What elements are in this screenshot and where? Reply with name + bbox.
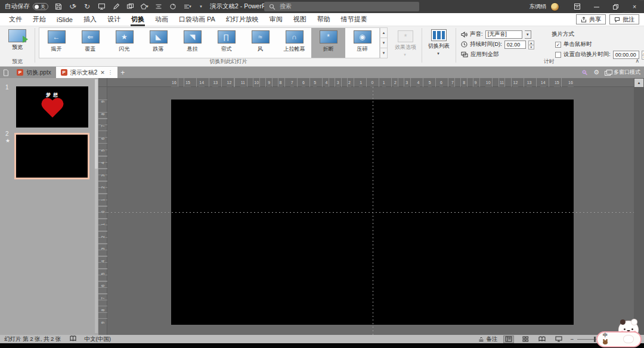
sound-icon	[461, 32, 467, 38]
gallery-up-button[interactable]: ▲	[380, 27, 388, 38]
transition-item[interactable]: ◉ 压碎	[345, 28, 379, 58]
gallery-more-button[interactable]: ▼	[380, 48, 388, 58]
ribbon-tab[interactable]: 切换	[126, 13, 150, 26]
ribbon-display-options-icon[interactable]	[568, 0, 587, 13]
ribbon-tab[interactable]: 幻灯片放映	[221, 13, 264, 26]
new-tab-button[interactable]: +	[117, 67, 128, 78]
ribbon-tab[interactable]: 设计	[102, 13, 126, 26]
comments-button[interactable]: 批注	[609, 14, 639, 24]
ribbon-tab[interactable]: 审阅	[264, 13, 288, 26]
transition-item[interactable]: ★ 闪光	[107, 28, 141, 58]
horizontal-guide[interactable]	[107, 212, 634, 213]
transition-item[interactable]: ◥ 悬挂	[175, 28, 209, 58]
scroll-up-icon[interactable]: ▲	[634, 79, 643, 87]
slideshow-view-button[interactable]	[553, 335, 564, 343]
transition-item[interactable]: ∏ 帘式	[209, 28, 243, 58]
ribbon-tab[interactable]: 文件	[4, 13, 27, 26]
powerpoint-file-icon: P	[17, 69, 23, 76]
duration-spinner[interactable]: ▲▼	[528, 41, 534, 49]
ribbon: 预览 预览 ← 揭开 ⇐ 覆盖 ★ 闪光 ◣	[0, 26, 644, 67]
qat-customize-icon[interactable]: ▾	[196, 1, 208, 12]
shapes-icon[interactable]: ▾	[138, 1, 150, 12]
ribbon-tab[interactable]: 开始	[27, 13, 51, 26]
transition-icon: ∏	[218, 30, 236, 44]
tabbar-search-icon[interactable]: 🔍︎	[581, 69, 588, 76]
auto-advance-checkbox[interactable]	[555, 52, 561, 58]
autosave-toggle[interactable]: 自动保存 关	[5, 0, 48, 13]
slideshow-icon[interactable]	[95, 1, 107, 12]
quick-access-toolbar: ↺▾ ↻ ▾ ▾ ▾	[52, 0, 208, 13]
ime-mode-indicator[interactable]: 中	[603, 332, 608, 338]
zoom-out-button[interactable]: −	[570, 336, 574, 343]
ribbon-tab[interactable]: 帮助	[312, 13, 336, 26]
minimize-button[interactable]	[587, 0, 606, 13]
close-tab-icon[interactable]: ✕	[100, 70, 105, 76]
ribbon-tab[interactable]: 动画	[150, 13, 174, 26]
ribbon-tab[interactable]: iSlide	[51, 13, 78, 26]
on-click-checkbox[interactable]: ✓	[555, 42, 561, 48]
undo-icon[interactable]: ↺▾	[67, 1, 79, 12]
search-input[interactable]: 搜索	[264, 2, 419, 11]
transition-item[interactable]: ≈ 风	[243, 28, 277, 58]
transition-item[interactable]: ⇐ 覆盖	[73, 28, 107, 58]
arrange-icon[interactable]: ▾	[181, 1, 193, 12]
share-button[interactable]: 共享	[576, 14, 606, 24]
sound-select[interactable]: [无声音]	[485, 30, 522, 39]
zoom-slider-handle[interactable]	[594, 337, 596, 342]
ribbon-tab-bar: 文件开始iSlide插入设计切换动画口袋动画 PA幻灯片放映审阅视图帮助情节提要…	[0, 13, 644, 26]
notes-button[interactable]: 备注	[478, 335, 497, 343]
transition-list-button[interactable]: 切换列表 ▾	[424, 26, 454, 56]
spellcheck-icon[interactable]	[70, 335, 76, 343]
collapse-ribbon-button[interactable]: ∧	[635, 58, 639, 64]
user-name[interactable]: 东绸绢	[530, 3, 547, 11]
ime-toolbar[interactable]: 中	[596, 321, 643, 347]
ribbon-tab[interactable]: 视图	[288, 13, 312, 26]
redo-icon[interactable]: ↻	[81, 1, 93, 12]
restore-button[interactable]	[606, 0, 625, 13]
slide-thumbnail-panel: 1 梦 想 2 ★	[0, 78, 98, 335]
vertical-guide[interactable]	[373, 87, 373, 335]
transition-item[interactable]: ∩ 上拉帷幕	[277, 28, 311, 58]
close-button[interactable]: ×	[625, 0, 644, 13]
effect-options-button: * 效果选项 ▾	[392, 27, 419, 57]
tab-menu-icon[interactable]: ⋮	[108, 70, 113, 75]
slide-2-thumbnail[interactable]	[14, 133, 89, 179]
slide-sorter-view-button[interactable]	[520, 335, 531, 343]
on-mouse-click-option[interactable]: ✓ 单击鼠标时	[555, 40, 592, 49]
taskbar-strip	[0, 343, 644, 348]
transition-item[interactable]: * 折断	[311, 28, 345, 58]
advance-slide-label: 换片方式	[552, 30, 574, 38]
multi-window-icon	[605, 70, 611, 75]
autosave-switch[interactable]: 关	[33, 3, 48, 10]
ribbon-tab[interactable]: 情节提要	[336, 13, 373, 26]
gear-icon[interactable]: ⚙	[593, 69, 599, 76]
autosave-state: 关	[41, 4, 45, 10]
thumbnail-scrollbar[interactable]	[95, 79, 98, 333]
save-icon[interactable]	[52, 1, 64, 12]
language-indicator[interactable]: 中文(中国)	[85, 335, 111, 343]
transition-item[interactable]: ← 揭开	[39, 28, 73, 58]
new-slide-icon[interactable]	[124, 1, 136, 12]
normal-view-button[interactable]	[503, 335, 514, 343]
transition-item[interactable]: ◣ 跌落	[141, 28, 175, 58]
doc-tab-active[interactable]: P 演示文稿2 ✕ ⋮	[56, 67, 117, 78]
doc-tab-inactive[interactable]: P 切换.pptx	[12, 67, 56, 78]
reading-view-button[interactable]	[537, 335, 547, 343]
format-painter-icon[interactable]	[110, 1, 122, 12]
ime-status-pill[interactable]: 中	[596, 331, 642, 347]
search-icon	[269, 4, 275, 10]
animation-pane-icon[interactable]	[167, 1, 179, 12]
multi-window-mode-button[interactable]: 多窗口模式	[605, 69, 640, 76]
avatar[interactable]	[550, 2, 559, 11]
align-center-icon[interactable]	[153, 1, 165, 12]
ribbon-tab[interactable]: 口袋动画 PA	[174, 13, 221, 26]
ribbon-tab[interactable]: 插入	[78, 13, 102, 26]
gallery-down-button[interactable]: ▼	[380, 38, 388, 48]
toggle-dot-icon	[35, 5, 39, 9]
sound-label: 声音:	[470, 30, 483, 38]
slide-1-thumbnail[interactable]: 梦 想	[16, 86, 88, 128]
vertical-scrollbar[interactable]: ▲	[634, 78, 644, 335]
duration-input[interactable]: 02.00	[504, 41, 526, 49]
sound-dropdown-button[interactable]: ▼	[525, 30, 531, 39]
preview-button[interactable]: 预览	[4, 26, 30, 51]
